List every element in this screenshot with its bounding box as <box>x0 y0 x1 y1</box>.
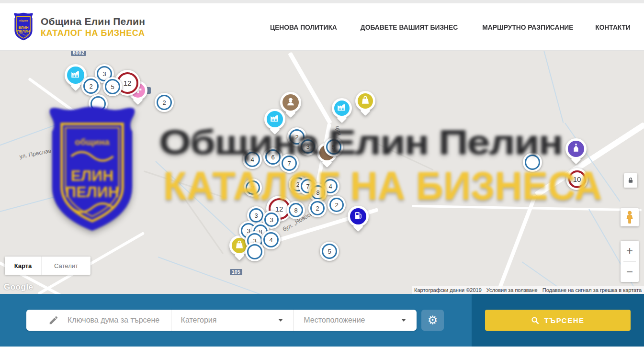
bag-pin-marker[interactable] <box>355 91 375 111</box>
chevron-down-icon <box>401 319 406 322</box>
scroll-lock-button[interactable] <box>624 173 637 188</box>
nav-item-1[interactable]: ЦЕНОВА ПОЛИТИКА <box>267 23 340 31</box>
svg-text:община: община <box>19 19 28 22</box>
map-canvas[interactable]: 6002105ул. Преславбул. „Новоселция 12325… <box>0 51 644 294</box>
advanced-settings-button[interactable]: ⚙ <box>421 310 444 331</box>
cluster-marker[interactable] <box>523 153 542 172</box>
cluster-marker[interactable] <box>245 242 264 261</box>
cluster-marker[interactable]: 5 <box>324 137 343 157</box>
street-view-pegman-button[interactable] <box>621 208 639 226</box>
svg-text:ПЕЛИН: ПЕЛИН <box>17 29 30 34</box>
factory-icon <box>270 113 280 125</box>
factory-pin-marker[interactable] <box>332 98 352 118</box>
nav-item-3[interactable]: МАРШРУТНО РАЗПИСАНИЕ <box>478 23 577 31</box>
church-icon <box>571 143 581 155</box>
cluster-marker[interactable]: 10 <box>566 168 588 190</box>
factory-icon <box>337 102 347 114</box>
factory-pin-marker[interactable] <box>264 109 285 130</box>
cluster-marker[interactable]: 8 <box>287 201 305 219</box>
keyword-input[interactable] <box>67 315 169 325</box>
google-logo[interactable]: Google <box>4 282 34 292</box>
map-type-satellite-button[interactable]: Сателит <box>41 257 90 275</box>
search-fields: Категория Местоположение <box>26 310 417 331</box>
church-pin-marker[interactable] <box>565 138 587 159</box>
search-bar: Категория Местоположение ⚙ ТЪРСЕНЕ <box>0 294 644 347</box>
fuel-icon <box>353 210 363 223</box>
map-attribution: Картографски данни ©2019 Условия за полз… <box>412 286 644 294</box>
cluster-marker[interactable]: 4 <box>243 150 262 169</box>
cluster-marker[interactable]: 2 <box>308 199 327 217</box>
search-icon <box>531 316 539 325</box>
main-nav: ЦЕНОВА ПОЛИТИКАДОБАВЕТЕ ВАШИЯТ БИЗНЕСМАР… <box>267 23 632 31</box>
cluster-marker[interactable]: 4 <box>261 230 281 249</box>
chevron-down-icon <box>278 319 283 322</box>
cluster-marker[interactable]: 5 <box>103 77 122 96</box>
site-logo[interactable]: община ЕЛИН ПЕЛИН Община Елин Пелин КАТА… <box>12 12 145 42</box>
cluster-marker[interactable]: 7 <box>280 154 299 173</box>
worker-icon <box>285 96 296 109</box>
keyword-field[interactable] <box>26 310 171 331</box>
location-select-value: Местоположение <box>304 316 365 325</box>
cluster-marker[interactable]: 5 <box>320 242 339 261</box>
report-map-error-link[interactable]: Подаване на сигнал за грешка в картата <box>540 286 644 294</box>
search-button[interactable]: ТЪРСЕНЕ <box>485 310 631 331</box>
logo-subtitle: КАТАЛОГ НА БИЗНЕСА <box>41 28 145 38</box>
cluster-marker[interactable]: 2 <box>244 179 262 197</box>
zoom-in-button[interactable]: + <box>621 241 639 261</box>
location-select[interactable]: Местоположение <box>294 310 417 331</box>
category-select[interactable]: Категория <box>171 310 294 331</box>
cluster-marker[interactable]: 2 <box>155 93 174 112</box>
bag-icon <box>360 95 371 107</box>
cluster-marker[interactable] <box>89 94 108 113</box>
cluster-marker[interactable]: 2 <box>328 196 346 214</box>
cluster-marker[interactable]: 3 <box>299 137 317 156</box>
terms-of-use-link[interactable]: Условия за ползване <box>484 286 540 294</box>
fuel-pin-marker[interactable] <box>348 206 369 227</box>
header: община ЕЛИН ПЕЛИН Община Елин Пелин КАТА… <box>0 3 644 51</box>
nav-item-4[interactable]: КОНТАКТИ <box>594 23 632 31</box>
factory-icon <box>70 69 81 81</box>
lock-icon <box>627 177 634 184</box>
municipality-crest-icon: община ЕЛИН ПЕЛИН <box>12 12 35 42</box>
pencil-icon <box>48 315 59 325</box>
map-type-map-button[interactable]: Карта <box>5 257 41 275</box>
category-select-value: Категория <box>181 316 217 325</box>
pegman-icon <box>624 211 635 224</box>
map-data-copyright: Картографски данни ©2019 <box>412 286 484 294</box>
zoom-control: + − <box>621 241 639 282</box>
cluster-marker[interactable]: 2 <box>81 77 101 96</box>
map-type-control: Карта Сателит <box>5 257 90 275</box>
nav-item-2[interactable]: ДОБАВЕТЕ ВАШИЯТ БИЗНЕС <box>356 23 462 31</box>
search-action-panel: ТЪРСЕНЕ <box>472 294 644 347</box>
top-strip <box>0 0 644 3</box>
logo-title: Община Елин Пелин <box>41 16 145 27</box>
gear-icon: ⚙ <box>428 314 438 326</box>
zoom-out-button[interactable]: − <box>621 262 639 282</box>
bag-icon <box>234 239 245 252</box>
